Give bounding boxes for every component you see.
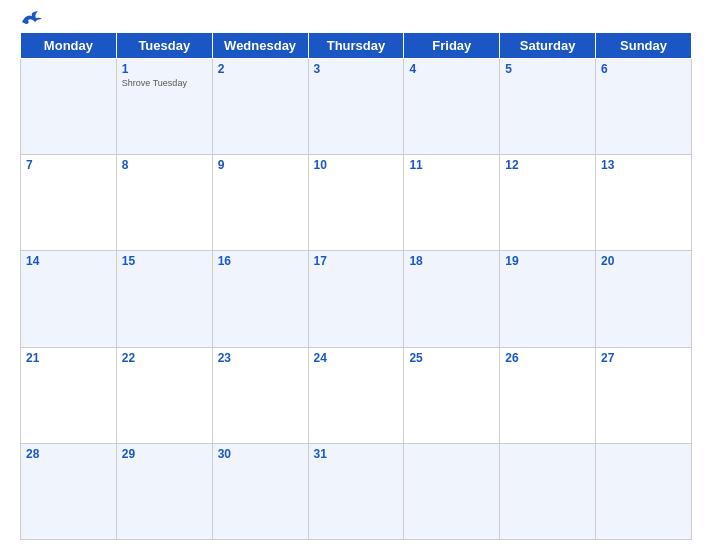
day-header-thursday: Thursday xyxy=(308,33,404,59)
day-number: 6 xyxy=(601,62,686,76)
calendar-header-row: MondayTuesdayWednesdayThursdayFridaySatu… xyxy=(21,33,692,59)
day-number: 11 xyxy=(409,158,494,172)
calendar-cell: 22 xyxy=(116,347,212,443)
day-number: 14 xyxy=(26,254,111,268)
calendar-cell: 30 xyxy=(212,443,308,539)
day-number: 5 xyxy=(505,62,590,76)
calendar-cell: 20 xyxy=(596,251,692,347)
day-number: 4 xyxy=(409,62,494,76)
day-header-tuesday: Tuesday xyxy=(116,33,212,59)
calendar-cell: 16 xyxy=(212,251,308,347)
day-number: 25 xyxy=(409,351,494,365)
day-number: 8 xyxy=(122,158,207,172)
calendar-week-row: 1Shrove Tuesday23456 xyxy=(21,59,692,155)
day-number: 17 xyxy=(314,254,399,268)
day-number: 30 xyxy=(218,447,303,461)
calendar-cell: 12 xyxy=(500,155,596,251)
day-number: 10 xyxy=(314,158,399,172)
calendar-cell: 17 xyxy=(308,251,404,347)
day-header-friday: Friday xyxy=(404,33,500,59)
calendar-week-row: 28293031 xyxy=(21,443,692,539)
calendar-cell: 23 xyxy=(212,347,308,443)
calendar-cell: 18 xyxy=(404,251,500,347)
calendar-week-row: 78910111213 xyxy=(21,155,692,251)
day-number: 20 xyxy=(601,254,686,268)
day-number: 29 xyxy=(122,447,207,461)
calendar-cell: 8 xyxy=(116,155,212,251)
day-header-sunday: Sunday xyxy=(596,33,692,59)
day-number: 28 xyxy=(26,447,111,461)
calendar-cell: 25 xyxy=(404,347,500,443)
page-header xyxy=(20,10,692,26)
calendar-week-row: 21222324252627 xyxy=(21,347,692,443)
day-number: 31 xyxy=(314,447,399,461)
calendar-cell: 13 xyxy=(596,155,692,251)
calendar-cell: 10 xyxy=(308,155,404,251)
day-number: 3 xyxy=(314,62,399,76)
day-number: 19 xyxy=(505,254,590,268)
day-number: 9 xyxy=(218,158,303,172)
day-number: 2 xyxy=(218,62,303,76)
day-header-saturday: Saturday xyxy=(500,33,596,59)
day-header-monday: Monday xyxy=(21,33,117,59)
calendar-cell: 31 xyxy=(308,443,404,539)
calendar-cell xyxy=(500,443,596,539)
logo-bird-icon xyxy=(20,10,42,26)
day-number: 1 xyxy=(122,62,207,76)
calendar-cell: 4 xyxy=(404,59,500,155)
calendar-cell: 14 xyxy=(21,251,117,347)
calendar-cell: 1Shrove Tuesday xyxy=(116,59,212,155)
calendar-cell: 7 xyxy=(21,155,117,251)
day-number: 23 xyxy=(218,351,303,365)
calendar-cell: 28 xyxy=(21,443,117,539)
calendar-week-row: 14151617181920 xyxy=(21,251,692,347)
calendar-cell: 9 xyxy=(212,155,308,251)
day-number: 12 xyxy=(505,158,590,172)
logo xyxy=(20,10,46,26)
calendar-cell: 3 xyxy=(308,59,404,155)
calendar-cell: 6 xyxy=(596,59,692,155)
calendar-cell: 15 xyxy=(116,251,212,347)
calendar-cell: 11 xyxy=(404,155,500,251)
calendar-cell: 24 xyxy=(308,347,404,443)
day-number: 21 xyxy=(26,351,111,365)
day-number: 13 xyxy=(601,158,686,172)
holiday-label: Shrove Tuesday xyxy=(122,78,207,88)
day-number: 22 xyxy=(122,351,207,365)
calendar-table: MondayTuesdayWednesdayThursdayFridaySatu… xyxy=(20,32,692,540)
calendar-cell: 5 xyxy=(500,59,596,155)
calendar-cell: 19 xyxy=(500,251,596,347)
day-number: 7 xyxy=(26,158,111,172)
calendar-cell xyxy=(596,443,692,539)
calendar-cell: 29 xyxy=(116,443,212,539)
calendar-cell: 27 xyxy=(596,347,692,443)
calendar-cell xyxy=(404,443,500,539)
calendar-cell: 21 xyxy=(21,347,117,443)
day-number: 24 xyxy=(314,351,399,365)
calendar-cell: 2 xyxy=(212,59,308,155)
day-number: 18 xyxy=(409,254,494,268)
day-number: 27 xyxy=(601,351,686,365)
day-number: 15 xyxy=(122,254,207,268)
calendar-cell xyxy=(21,59,117,155)
day-number: 26 xyxy=(505,351,590,365)
calendar-cell: 26 xyxy=(500,347,596,443)
day-number: 16 xyxy=(218,254,303,268)
day-header-wednesday: Wednesday xyxy=(212,33,308,59)
